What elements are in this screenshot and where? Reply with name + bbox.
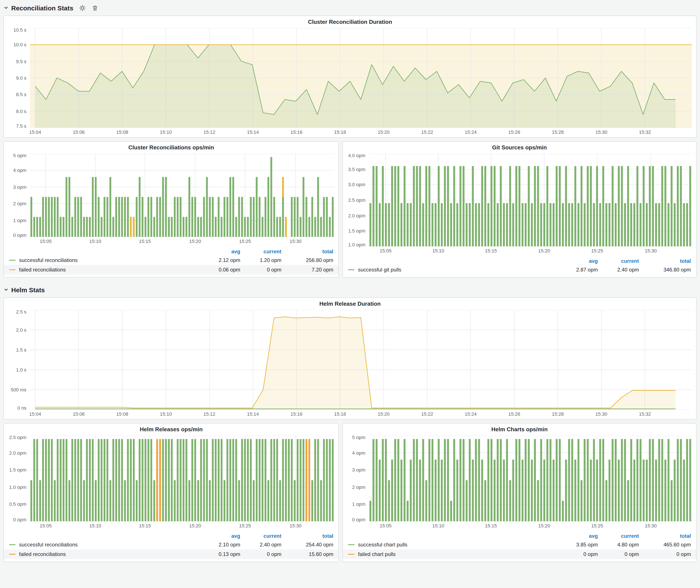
bar[interactable] <box>221 439 222 521</box>
bar[interactable] <box>31 197 32 237</box>
bar[interactable] <box>212 197 214 237</box>
bar[interactable] <box>553 203 555 246</box>
bar[interactable] <box>139 439 140 521</box>
legend-header-avg[interactable]: avg <box>199 248 240 254</box>
bar[interactable] <box>655 460 657 521</box>
bar[interactable] <box>247 217 249 237</box>
bar[interactable] <box>66 439 67 521</box>
bar[interactable] <box>317 177 319 237</box>
bar[interactable] <box>515 166 517 246</box>
git_sources-chart-svg[interactable] <box>369 154 692 246</box>
bar[interactable] <box>472 460 474 521</box>
bar[interactable] <box>394 166 396 246</box>
bar[interactable] <box>500 166 502 246</box>
bar[interactable] <box>546 439 548 521</box>
bar[interactable] <box>329 217 331 237</box>
bar[interactable] <box>577 439 579 521</box>
legend-header-total[interactable]: total <box>281 248 333 254</box>
bar[interactable] <box>612 439 614 521</box>
bar[interactable] <box>200 217 202 237</box>
bar[interactable] <box>118 197 120 237</box>
bar[interactable] <box>147 439 149 521</box>
bar[interactable] <box>506 203 508 246</box>
bar[interactable] <box>118 439 120 521</box>
bar[interactable] <box>677 166 679 246</box>
bar[interactable] <box>285 439 287 521</box>
row-delete-button[interactable] <box>92 5 98 11</box>
bar[interactable] <box>42 197 44 237</box>
bar[interactable] <box>481 166 483 246</box>
bar[interactable] <box>256 177 258 237</box>
bar[interactable] <box>636 439 638 521</box>
bar[interactable] <box>397 166 399 246</box>
bar[interactable] <box>86 439 88 521</box>
bar[interactable] <box>206 439 208 521</box>
bar[interactable] <box>31 480 32 521</box>
bar[interactable] <box>80 197 82 237</box>
bar[interactable] <box>92 439 94 521</box>
bar[interactable] <box>522 203 524 246</box>
bar[interactable] <box>481 460 483 521</box>
panel-title[interactable]: Git Sources ops/min <box>343 142 696 154</box>
bar[interactable] <box>658 439 660 521</box>
bar[interactable] <box>661 439 663 521</box>
bar[interactable] <box>282 439 284 521</box>
bar[interactable] <box>259 439 260 521</box>
bar[interactable] <box>466 203 468 246</box>
bar[interactable] <box>596 166 598 246</box>
bar[interactable] <box>435 203 437 246</box>
bar[interactable] <box>180 197 181 237</box>
bar[interactable] <box>416 166 418 246</box>
bar[interactable] <box>531 203 533 246</box>
legend-header-avg[interactable]: avg <box>199 533 240 539</box>
bar[interactable] <box>203 439 205 521</box>
bar[interactable] <box>543 460 545 521</box>
bar[interactable] <box>590 166 592 246</box>
bar[interactable] <box>98 197 100 237</box>
bar[interactable] <box>400 203 402 246</box>
bar[interactable] <box>86 217 88 237</box>
bar[interactable] <box>323 197 325 237</box>
bar[interactable] <box>305 197 307 237</box>
bar[interactable] <box>101 217 102 237</box>
bar[interactable] <box>525 203 527 246</box>
bar[interactable] <box>550 203 552 246</box>
bar[interactable] <box>209 197 211 237</box>
bar[interactable] <box>397 439 399 521</box>
panel-title[interactable]: Helm Charts ops/min <box>343 423 696 436</box>
bar[interactable] <box>680 166 682 246</box>
bar[interactable] <box>432 439 434 521</box>
bar[interactable] <box>550 439 552 521</box>
bar[interactable] <box>194 439 196 521</box>
bar[interactable] <box>515 439 517 521</box>
bar[interactable] <box>665 460 666 521</box>
legend-series-label[interactable]: failed chart pulls <box>348 551 557 557</box>
bar[interactable] <box>291 439 293 521</box>
bar[interactable] <box>422 203 424 246</box>
bar[interactable] <box>159 197 161 237</box>
bar[interactable] <box>279 217 281 237</box>
bar[interactable] <box>373 166 374 246</box>
helm_duration-chart-svg[interactable] <box>30 310 692 410</box>
bar[interactable] <box>618 166 620 246</box>
bar[interactable] <box>232 177 234 237</box>
bar[interactable] <box>229 177 231 237</box>
bar[interactable] <box>51 439 53 521</box>
bar[interactable] <box>460 439 461 521</box>
bar[interactable] <box>686 439 688 521</box>
plot-area[interactable] <box>30 154 334 237</box>
bar[interactable] <box>185 439 187 521</box>
bar[interactable] <box>478 203 480 246</box>
bar[interactable] <box>224 480 225 521</box>
bar[interactable] <box>92 177 94 237</box>
bar[interactable] <box>674 203 676 246</box>
bar[interactable] <box>156 439 158 521</box>
bar[interactable] <box>244 217 246 237</box>
bar[interactable] <box>574 460 576 521</box>
reconciliations-chart-svg[interactable] <box>30 154 334 237</box>
bar[interactable] <box>456 460 458 521</box>
bar[interactable] <box>162 177 164 237</box>
legend-header-current[interactable]: current <box>240 533 281 539</box>
bar[interactable] <box>509 166 511 246</box>
bar[interactable] <box>565 166 567 246</box>
